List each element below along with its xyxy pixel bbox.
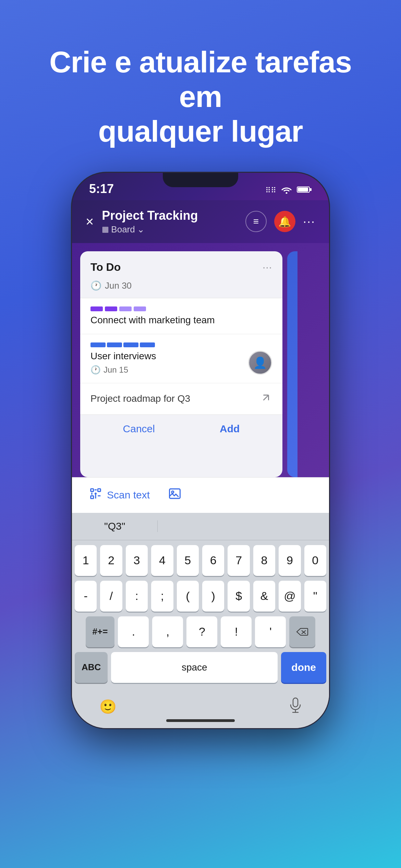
filter-icon: ≡ <box>253 216 259 227</box>
key-semicolon[interactable]: ; <box>151 581 173 612</box>
svg-rect-16 <box>293 698 298 707</box>
key-8[interactable]: 8 <box>253 545 275 576</box>
key-apostrophe[interactable]: ' <box>255 616 286 647</box>
avatar-icon: 👤 <box>253 356 267 369</box>
header-title: Project Tracking <box>102 208 198 223</box>
key-3[interactable]: 3 <box>126 545 148 576</box>
space-key[interactable]: space <box>111 652 278 683</box>
board-area: To Do ··· 🕐 Jun 30 Connect with marketin… <box>72 243 329 477</box>
key-question[interactable]: ? <box>186 616 217 647</box>
header-left: × Project Tracking ▦ Board ⌄ <box>86 208 198 235</box>
phone-frame: 5:17 ⠿⠿ × Project <box>72 173 329 728</box>
key-minus[interactable]: - <box>75 581 97 612</box>
battery-icon <box>297 186 312 195</box>
status-icons: ⠿⠿ <box>265 185 312 196</box>
svg-rect-4 <box>91 489 94 491</box>
column-header: To Do ··· <box>80 251 282 280</box>
svg-rect-12 <box>170 489 180 498</box>
key-comma[interactable]: , <box>152 616 183 647</box>
chevron-down-icon: ⌄ <box>137 224 145 235</box>
keyboard-row-1: 1 2 3 4 5 6 7 8 9 0 <box>75 545 326 576</box>
priority-block-4 <box>134 306 146 311</box>
notification-button[interactable]: 🔔 <box>274 211 295 232</box>
autocomplete-row: "Q3" <box>72 513 329 540</box>
priority-block-2-1 <box>90 342 106 347</box>
priority-block-2 <box>105 306 117 311</box>
image-icon[interactable] <box>168 488 181 502</box>
close-button[interactable]: × <box>86 214 94 229</box>
board-grid-icon: ▦ <box>102 225 109 234</box>
avatar: 👤 <box>248 351 272 375</box>
action-row: Cancel Add <box>80 414 282 443</box>
done-key[interactable]: done <box>281 652 326 683</box>
priority-block-2-4 <box>140 342 155 347</box>
key-exclaim[interactable]: ! <box>221 616 252 647</box>
filter-button[interactable]: ≡ <box>245 211 267 232</box>
svg-point-0 <box>286 192 288 194</box>
key-9[interactable]: 9 <box>279 545 301 576</box>
clock-icon-2: 🕐 <box>90 365 101 375</box>
key-4[interactable]: 4 <box>151 545 173 576</box>
header-subtitle: ▦ Board ⌄ <box>102 224 198 235</box>
task-date-section: 🕐 Jun 30 <box>80 280 282 298</box>
emoji-button[interactable]: 🙂 <box>99 699 117 715</box>
task-date-2: 🕐 Jun 15 <box>90 365 156 375</box>
key-close-paren[interactable]: ) <box>202 581 224 612</box>
priority-block-3 <box>119 306 132 311</box>
key-at[interactable]: @ <box>279 581 301 612</box>
abc-key[interactable]: ABC <box>75 652 108 683</box>
svg-rect-2 <box>298 188 308 192</box>
clock-icon: 🕐 <box>90 280 101 291</box>
expand-icon[interactable] <box>260 391 272 406</box>
key-colon[interactable]: : <box>126 581 148 612</box>
task-item-2-left: User interviews 🕐 Jun 15 <box>90 351 156 375</box>
signal-icon: ⠿⠿ <box>265 186 276 195</box>
scan-text-button[interactable]: Scan text <box>89 487 150 503</box>
keyboard: "Q3" 1 2 3 4 5 6 7 8 9 0 - / : <box>72 513 329 728</box>
microphone-button[interactable] <box>289 697 302 716</box>
key-symbols-toggle[interactable]: #+= <box>86 616 115 647</box>
key-1[interactable]: 1 <box>75 545 97 576</box>
app-header: × Project Tracking ▦ Board ⌄ ≡ 🔔 ··· <box>72 200 329 243</box>
priority-block-1 <box>90 306 103 311</box>
keyboard-rows: 1 2 3 4 5 6 7 8 9 0 - / : ; ( ) $ & <box>72 540 329 690</box>
svg-point-13 <box>172 491 174 493</box>
wifi-icon <box>281 185 292 196</box>
autocomplete-word-1[interactable]: "Q3" <box>72 520 158 532</box>
key-2[interactable]: 2 <box>100 545 122 576</box>
key-slash[interactable]: / <box>100 581 122 612</box>
key-ampersand[interactable]: & <box>253 581 275 612</box>
priority-block-2-2 <box>107 342 122 347</box>
task-item-2[interactable]: User interviews 🕐 Jun 15 👤 <box>80 334 282 383</box>
key-quote[interactable]: " <box>304 581 326 612</box>
key-7[interactable]: 7 <box>228 545 250 576</box>
status-time: 5:17 <box>89 182 114 196</box>
svg-rect-3 <box>310 188 312 191</box>
svg-rect-6 <box>91 496 94 498</box>
key-0[interactable]: 0 <box>304 545 326 576</box>
key-open-paren[interactable]: ( <box>177 581 199 612</box>
key-period[interactable]: . <box>118 616 149 647</box>
keyboard-bottom-bar: 🙂 <box>72 690 329 728</box>
more-options-button[interactable]: ··· <box>303 214 315 229</box>
task-priority-bar <box>90 306 272 311</box>
delete-key[interactable] <box>289 616 315 647</box>
scan-icon <box>89 487 102 503</box>
add-button[interactable]: Add <box>220 423 240 435</box>
key-dollar[interactable]: $ <box>228 581 250 612</box>
task-item[interactable]: Connect with marketing team <box>80 298 282 334</box>
todo-column: To Do ··· 🕐 Jun 30 Connect with marketin… <box>80 251 282 477</box>
key-5[interactable]: 5 <box>177 545 199 576</box>
column-title: To Do <box>90 261 121 274</box>
keyboard-bottom-row: ABC space done <box>75 652 326 683</box>
new-task-input[interactable]: Project roadmap for Q3 <box>90 393 260 404</box>
cancel-button[interactable]: Cancel <box>123 423 155 435</box>
task-title-1: Connect with marketing team <box>90 315 215 325</box>
keyboard-row-3: #+= . , ? ! ' <box>75 616 326 647</box>
phone-notch <box>163 173 238 187</box>
home-bar <box>166 719 235 722</box>
new-task-row[interactable]: Project roadmap for Q3 <box>80 383 282 414</box>
key-6[interactable]: 6 <box>202 545 224 576</box>
bell-icon: 🔔 <box>278 216 291 228</box>
column-more-button[interactable]: ··· <box>263 261 272 273</box>
